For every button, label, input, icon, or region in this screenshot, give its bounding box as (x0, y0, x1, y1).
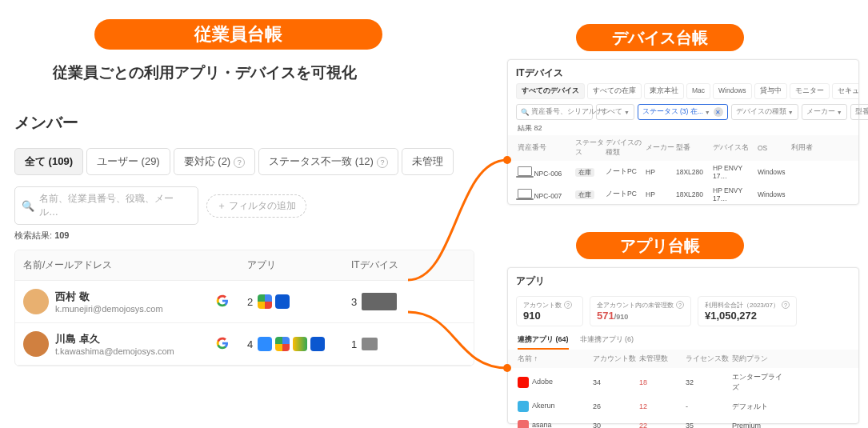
stat-accounts: アカウント数? 910 (516, 296, 583, 326)
member-email: k.munejiri@demojosys.com (55, 304, 163, 314)
device-tab[interactable]: Windows (713, 83, 751, 99)
member-name: 川島 卓久 (55, 332, 174, 346)
device-ledger-pill: デバイス台帳 (576, 24, 744, 51)
result-count: 検索結果: 109 (14, 230, 474, 242)
maker-filter[interactable]: メーカー▼ (802, 104, 847, 120)
chevron-down-icon: ▼ (837, 110, 842, 115)
tab-status-mismatch[interactable]: ステータス不一致 (12)? (258, 148, 398, 175)
devices-title: ITデバイス (508, 60, 858, 83)
help-icon: ? (564, 301, 572, 309)
device-tab[interactable]: すべての在庫 (587, 83, 642, 99)
app-icon (293, 337, 307, 351)
laptop-icon (518, 166, 532, 176)
device-tab[interactable]: Mac (686, 83, 710, 99)
tab-action-required[interactable]: 要対応 (2)? (174, 148, 256, 175)
members-search-input[interactable]: 🔍 名前、従業員番号、役職、メール… (14, 186, 198, 225)
apps-tab-unlinked[interactable]: 非連携アプリ (6) (580, 331, 634, 350)
app-row[interactable]: asana 30 22 35 Premium (508, 416, 858, 428)
device-row[interactable]: NPC-007 在庫 ノートPC HP 18XL280 HP ENVY 17… … (508, 183, 858, 206)
app-row[interactable]: Adobe 34 18 32 エンタープライズ (508, 368, 858, 397)
app-cell: 2 (247, 294, 351, 309)
asana-icon (518, 420, 529, 428)
search-placeholder: 名前、従業員番号、役職、メール… (39, 192, 191, 219)
member-name: 西村 敬 (55, 290, 163, 304)
table-row[interactable]: 西村 敬 k.munejiri@demojosys.com 2 3 (15, 281, 474, 323)
google-icon (215, 294, 230, 308)
tab-unmanaged[interactable]: 未管理 (402, 148, 454, 175)
status-badge: 在庫 (575, 168, 594, 177)
search-icon: 🔍 (22, 200, 34, 212)
device-result-count: 結果 82 (508, 123, 858, 135)
table-row[interactable]: 川島 卓久 t.kawashima@demojosys.com 4 1 (15, 323, 474, 366)
avatar (23, 289, 49, 314)
member-email: t.kawashima@demojosys.com (55, 346, 174, 356)
stat-unmanaged: 全アカウント内の未管理数? 571/910 (590, 296, 691, 326)
device-icon (362, 293, 397, 310)
app-ledger-pill: アプリ台帳 (576, 232, 744, 259)
tab-all[interactable]: 全て (109) (14, 148, 83, 175)
subtitle: 従業員ごとの利用アプリ・デバイスを可視化 (53, 62, 357, 83)
chevron-down-icon: ▼ (705, 110, 710, 115)
device-cell: 3 (351, 293, 447, 310)
device-tab[interactable]: 貸与中 (754, 83, 787, 99)
apps-title: アプリ (508, 268, 858, 291)
device-tab[interactable]: セキュリティーカード/キー (832, 83, 858, 99)
google-icon (215, 336, 230, 350)
help-icon: ? (234, 157, 245, 168)
status-badge: 在庫 (575, 190, 594, 199)
app-icon (275, 337, 290, 351)
col-name: 名前/メールアドレス (23, 258, 215, 272)
device-cell: 1 (351, 338, 447, 350)
app-cell: 4 (247, 337, 351, 351)
pill-label: アプリ台帳 (620, 235, 700, 257)
laptop-icon (518, 189, 532, 198)
app-icon (258, 294, 272, 309)
apps-tab-linked[interactable]: 連携アプリ (64) (518, 331, 569, 350)
chevron-down-icon: ▼ (624, 110, 630, 115)
device-tab[interactable]: 東京本社 (644, 83, 684, 99)
adobe-icon (518, 377, 529, 388)
chevron-down-icon: ▼ (788, 110, 794, 115)
device-tabs: すべてのデバイス すべての在庫 東京本社 Mac Windows 貸与中 モニタ… (508, 83, 858, 104)
clear-icon[interactable]: ✕ (714, 107, 723, 117)
help-icon: ? (676, 301, 684, 309)
devices-panel: ITデバイス すべてのデバイス すべての在庫 東京本社 Mac Windows … (507, 59, 859, 205)
status-filter[interactable]: ステータス (3) 在...▼✕ (638, 104, 728, 120)
stat-cost: 利用料金合計（2023/07）? ¥1,050,272 (698, 296, 797, 326)
members-panel: メンバー 全て (109) ユーザー (29) 要対応 (2)? ステータス不一… (14, 112, 474, 366)
avatar (23, 331, 49, 357)
col-device: ITデバイス (351, 258, 447, 272)
app-row[interactable]: Akerun 26 12 - デフォルト (508, 397, 858, 416)
members-tabs: 全て (109) ユーザー (29) 要対応 (2)? ステータス不一致 (12… (14, 148, 474, 175)
device-tab[interactable]: すべてのデバイス (516, 83, 585, 99)
akerun-icon (518, 401, 529, 412)
add-filter-button[interactable]: ＋ フィルタの追加 (206, 194, 306, 218)
members-heading: メンバー (14, 112, 474, 134)
device-search-input[interactable]: 🔍資産番号、シリアルナン (516, 104, 593, 120)
col-app: アプリ (247, 258, 351, 272)
help-icon: ? (377, 157, 388, 168)
employee-ledger-pill: 従業員台帳 (94, 19, 382, 50)
model-filter[interactable]: 型番▼ (850, 104, 868, 120)
device-icon (362, 338, 378, 350)
pill-label: デバイス台帳 (612, 27, 708, 49)
app-icon (275, 294, 290, 309)
apps-panel: アプリ アカウント数? 910 全アカウント内の未管理数? 571/910 利用… (507, 267, 859, 424)
device-type-filter[interactable]: デバイスの種類▼ (731, 104, 798, 120)
pill-label: 従業員台帳 (194, 22, 282, 46)
select-all[interactable]: すべて▼ (596, 104, 634, 120)
tab-users[interactable]: ユーザー (29) (86, 148, 170, 175)
device-tab[interactable]: モニター (790, 83, 830, 99)
app-icon (258, 337, 272, 351)
search-icon: 🔍 (521, 108, 530, 116)
help-icon: ? (782, 301, 790, 309)
members-table: 名前/メールアドレス アプリ ITデバイス 西村 敬 k.munejiri@de… (14, 250, 474, 366)
app-icon (310, 337, 325, 351)
device-row[interactable]: NPC-006 在庫 ノートPC HP 18XL280 HP ENVY 17… … (508, 161, 858, 183)
